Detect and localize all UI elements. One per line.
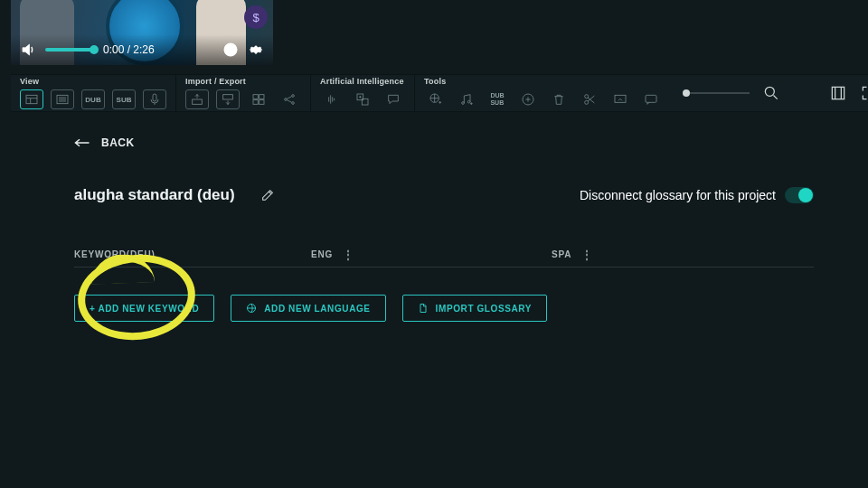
toolbar-group-tools: Tools DUBSUB [415, 75, 672, 111]
add-language-button[interactable]: ADD NEW LANGUAGE [231, 295, 385, 322]
view-mic-icon[interactable] [143, 89, 166, 109]
toolbar-label-tools: Tools [424, 77, 663, 86]
svg-rect-4 [193, 99, 203, 104]
svg-point-12 [292, 102, 295, 105]
view-list-icon[interactable] [51, 89, 74, 109]
back-label: BACK [101, 136, 135, 149]
column-spa-menu-icon[interactable]: ⋮ [580, 251, 594, 258]
export-sub-icon[interactable] [216, 89, 240, 109]
toolbar-label-view: View [20, 77, 166, 86]
zoom-slider[interactable] [686, 92, 750, 94]
video-time: 0:00 / 2:26 [103, 43, 155, 56]
view-dub-icon[interactable]: DUB [81, 89, 105, 109]
svg-point-10 [285, 99, 288, 101]
svg-point-16 [462, 102, 465, 105]
svg-rect-9 [259, 100, 264, 105]
edit-icon[interactable] [260, 188, 275, 202]
svg-rect-24 [832, 87, 844, 99]
tool-dubsub-icon[interactable]: DUBSUB [486, 89, 509, 109]
glossary-title: alugha standard (deu) [74, 186, 235, 204]
tool-trash-icon[interactable] [547, 89, 571, 109]
column-eng-menu-icon[interactable]: ⋮ [342, 251, 355, 258]
svg-rect-5 [223, 95, 233, 99]
panels-icon[interactable] [247, 89, 270, 109]
svg-rect-6 [253, 95, 258, 99]
disconnect-label: Disconnect glossary for this project [580, 188, 776, 202]
svg-rect-1 [26, 95, 37, 103]
column-spa-label: SPA [552, 249, 571, 259]
tool-cut-icon[interactable] [578, 89, 601, 109]
disconnect-toggle-row: Disconnect glossary for this project [580, 187, 814, 203]
column-keyword: KEYWORD(DEU) [74, 249, 311, 259]
glossary-actions: + ADD NEW KEYWORD ADD NEW LANGUAGE IMPOR… [74, 295, 814, 322]
tool-chat-icon[interactable] [639, 89, 663, 109]
column-eng-label: ENG [311, 249, 333, 259]
volume-slider[interactable] [45, 48, 94, 52]
import-glossary-button[interactable]: IMPORT GLOSSARY [402, 295, 547, 322]
import-glossary-label: IMPORT GLOSSARY [436, 304, 532, 314]
share-icon[interactable] [278, 89, 301, 109]
add-keyword-button[interactable]: + ADD NEW KEYWORD [74, 295, 214, 322]
disconnect-toggle[interactable] [785, 187, 814, 203]
svg-rect-22 [646, 95, 656, 102]
svg-rect-7 [259, 95, 264, 99]
svg-rect-8 [253, 100, 258, 105]
svg-point-17 [467, 100, 470, 103]
globe-icon[interactable] [222, 42, 239, 58]
main-toolbar: View DUB SUB Import / Export Artificial … [11, 74, 868, 112]
glossary-title-row: alugha standard (deu) Disconnect glossar… [74, 186, 814, 204]
glossary-columns: KEYWORD(DEU) ENG ⋮ SPA ⋮ [74, 249, 814, 267]
glossary-panel: BACK alugha standard (deu) Disconnect gl… [74, 136, 814, 322]
video-player[interactable]: $ 0:00 / 2:26 [11, 0, 273, 65]
tool-plus-circle-icon[interactable] [516, 89, 540, 109]
search-icon[interactable] [762, 84, 780, 102]
ai-wave-icon[interactable] [320, 89, 344, 109]
video-controls: 0:00 / 2:26 [11, 34, 273, 65]
view-layout-icon[interactable] [20, 89, 43, 109]
svg-rect-3 [153, 94, 156, 101]
svg-point-23 [765, 87, 774, 96]
fullscreen-icon[interactable] [860, 84, 868, 102]
tool-globe-plus-icon[interactable] [424, 89, 448, 109]
view-sub-icon[interactable]: SUB [112, 89, 136, 109]
ai-speech-icon[interactable] [382, 89, 405, 109]
column-spa: SPA ⋮ [552, 249, 594, 259]
tool-screen-icon[interactable] [609, 89, 632, 109]
toolbar-right [672, 75, 868, 111]
add-keyword-label: + ADD NEW KEYWORD [90, 304, 199, 314]
coin-icon: $ [244, 5, 268, 29]
import-sub-icon[interactable] [185, 89, 209, 109]
timeline-icon[interactable] [829, 84, 847, 102]
volume-icon[interactable] [20, 42, 36, 58]
toolbar-group-import-export: Import / Export [176, 75, 311, 111]
toolbar-label-ai: Artificial Intelligence [320, 77, 405, 86]
toolbar-label-ie: Import / Export [185, 77, 301, 86]
back-button[interactable]: BACK [74, 136, 135, 149]
ai-translate-icon[interactable] [351, 89, 374, 109]
tool-music-plus-icon[interactable] [455, 89, 478, 109]
column-eng: ENG ⋮ [311, 249, 552, 259]
svg-point-11 [292, 95, 295, 98]
add-language-label: ADD NEW LANGUAGE [264, 304, 370, 314]
toolbar-group-ai: Artificial Intelligence [311, 75, 415, 111]
toolbar-group-view: View DUB SUB [11, 75, 176, 111]
gear-icon[interactable] [248, 42, 264, 58]
